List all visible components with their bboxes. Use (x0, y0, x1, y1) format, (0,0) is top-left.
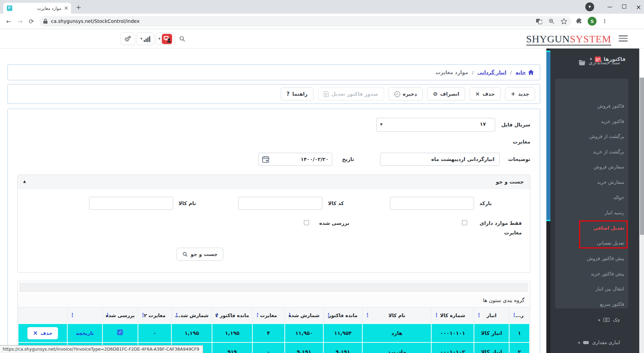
column-menu-icon[interactable]: ⋮ (287, 312, 292, 318)
save-button[interactable]: ✓ذخیره (389, 87, 423, 100)
profile-avatar[interactable]: S (588, 17, 597, 26)
col-mismatch-2[interactable]: ⋮مغایرت ۲ (138, 307, 172, 324)
window-close-button[interactable]: × (635, 3, 642, 11)
page-scrollbar[interactable] (639, 78, 644, 353)
col-row-number[interactable]: ⋮ر... (509, 307, 530, 324)
col-item-name[interactable]: ⋮نام کالا (362, 307, 431, 324)
col-invoice-balance-2[interactable]: ⋮مانده فاکتور ۲ (212, 307, 252, 324)
media-control-icon[interactable]: ▼ (585, 2, 594, 11)
translate-icon[interactable] (536, 18, 542, 24)
col-store[interactable]: ⋮انبار (474, 307, 509, 324)
sidebar-scrollbar[interactable] (546, 49, 550, 353)
sidebar-item-13[interactable]: فاکتور سریع (566, 301, 639, 307)
breadcrumb-separator: / (510, 70, 512, 75)
column-menu-icon[interactable]: ⋮ (326, 312, 331, 318)
tab-close-icon[interactable]: ✕ (64, 6, 68, 11)
sidebar-group-invoices[interactable]: فاکتورها ▼ (566, 56, 639, 62)
column-menu-icon[interactable]: ⋮ (70, 312, 75, 318)
col-delete (18, 307, 67, 324)
search-icon (182, 252, 188, 257)
sidebar-item-5[interactable]: سفارش خرید (566, 179, 639, 185)
column-menu-icon[interactable]: ⋮ (476, 312, 481, 318)
item-code-input[interactable] (238, 197, 322, 210)
grid-cell-invoice_balance2: ۱,۱۹۵ (212, 324, 252, 342)
window-minimize-button[interactable]: — (606, 4, 613, 10)
sidebar-group-label: فاکتورها (604, 56, 626, 62)
breadcrumb-home-link[interactable]: خانه (516, 70, 526, 75)
sidebar-item-9[interactable]: تعدیل نقصانی (566, 240, 639, 246)
extensions-icon[interactable] (576, 18, 582, 24)
sidebar-item-2[interactable]: برگشت از فروش (566, 134, 639, 139)
col-reviewed[interactable]: ⋮بررسی شده (102, 307, 138, 324)
browser-tab[interactable]: موارد مغایرت ✕ (3, 3, 71, 14)
sidebar-item-1[interactable]: فاکتور خرید (566, 119, 639, 124)
sidebar-item-3[interactable]: برگشت از خرید (566, 149, 639, 154)
support-button[interactable]: ▼ (156, 32, 175, 45)
reports-button[interactable]: ▼ (137, 32, 154, 45)
breadcrumb-section-link[interactable]: انبار گردانی (477, 70, 506, 75)
sidebar-item-quantity-store[interactable]: انباری مقداری ◀ (546, 340, 639, 345)
issue-adjustment-invoice-button[interactable]: صدور فاکتور تعدیل (318, 87, 384, 100)
sidebar-item-11[interactable]: پیش فاکتور خرید (566, 271, 639, 276)
reviewed-filter-checkbox[interactable] (304, 220, 309, 225)
column-menu-icon[interactable]: ⋮ (255, 312, 260, 318)
column-menu-icon[interactable]: ⋮ (140, 312, 145, 318)
col-counted-2[interactable]: ⋮شمارش شد... (171, 307, 212, 324)
reload-button[interactable]: ⟳ (29, 18, 34, 25)
sidebar-item-6[interactable]: حواله (566, 195, 639, 200)
row-delete-button[interactable]: ×حذف (27, 327, 58, 339)
forward-button[interactable]: → (17, 18, 23, 25)
search-panel-header[interactable]: جست و جو ▲ (18, 175, 530, 189)
column-menu-icon[interactable]: ⋮ (434, 312, 439, 318)
question-icon: ? (286, 91, 290, 97)
sidebar-item-12[interactable]: انتقال بین انبار (566, 286, 639, 291)
grid-cell-invoice_balance: ۹,۱۹۱ (323, 342, 362, 353)
column-menu-icon[interactable]: ⋮ (365, 312, 370, 318)
collapse-arrow-icon[interactable]: ▲ (23, 179, 26, 183)
sidebar-item-7[interactable]: رسید انبار (566, 210, 639, 215)
cancel-button[interactable]: ⊘انصراف (427, 87, 465, 100)
column-menu-icon[interactable]: ⋮ (174, 312, 179, 318)
item-name-input[interactable] (89, 197, 173, 210)
sidebar-scrollbar-thumb[interactable] (546, 52, 550, 220)
only-mismatch-checkbox[interactable] (462, 220, 467, 225)
sidebar-item-0[interactable]: فاکتور فروش (566, 103, 639, 109)
header-search-button[interactable] (179, 36, 185, 42)
sidebar-item-8[interactable]: تعدیل اضافی (566, 225, 639, 231)
barcode-input[interactable] (390, 197, 474, 210)
history-link[interactable]: تاریخچه (76, 330, 94, 336)
calendar-icon (595, 56, 601, 62)
col-invoice-balance[interactable]: ⋮مانده فاکتور (323, 307, 362, 324)
back-button[interactable]: ← (6, 18, 11, 25)
address-bar[interactable]: ca.shygunsys.net/StockControl/index (39, 16, 571, 27)
description-input[interactable]: انبارگردانی اردیبهشت ماه (380, 153, 500, 166)
sidebar-item-10[interactable]: پیش فاکتور فروش (566, 256, 639, 261)
help-button[interactable]: ?راهنما (281, 87, 313, 100)
date-input[interactable]: ۱۴۰۰/۰۲/۲۰ (258, 153, 332, 166)
col-item-code[interactable]: ⋮شماره کالا (431, 307, 474, 324)
serial-select[interactable]: ۱۷ ▼ (376, 118, 495, 132)
window-maximize-button[interactable] (621, 4, 628, 10)
data-grid: گروه بندی ستون ها ⋮ر... ⋮انبار ⋮شماره کا… (17, 281, 530, 353)
column-menu-icon[interactable]: ⋮ (214, 312, 220, 318)
col-counted[interactable]: ⋮شمارش شده (285, 307, 324, 324)
new-button[interactable]: +جدید (505, 87, 535, 100)
zoom-icon[interactable] (548, 18, 555, 24)
search-submit-button[interactable]: جست و جو (177, 248, 223, 261)
hamburger-menu-icon[interactable] (619, 35, 628, 42)
col-mismatch[interactable]: ⋮مغایرت (252, 307, 284, 324)
column-menu-icon[interactable]: ⋮ (512, 312, 517, 318)
delete-button[interactable]: ×حذف (470, 87, 501, 100)
grid-group-drop-area[interactable] (19, 283, 528, 292)
new-tab-button[interactable]: + (76, 3, 81, 11)
col-history[interactable]: ⋮ (67, 307, 102, 324)
column-menu-icon[interactable]: ⋮ (105, 312, 110, 318)
reviewed-checkbox[interactable] (117, 329, 123, 335)
settings-button[interactable] (120, 32, 135, 45)
browser-menu-icon[interactable]: ⋮ (602, 18, 607, 24)
sidebar-item-cheque[interactable]: چک ◀ (546, 317, 639, 323)
page-scrollbar-thumb[interactable] (640, 78, 644, 235)
reviewed-filter-label: بررسی شده (319, 219, 349, 228)
bookmark-star-icon[interactable] (561, 18, 567, 24)
sidebar-item-4[interactable]: سفارش فروش (566, 164, 639, 169)
